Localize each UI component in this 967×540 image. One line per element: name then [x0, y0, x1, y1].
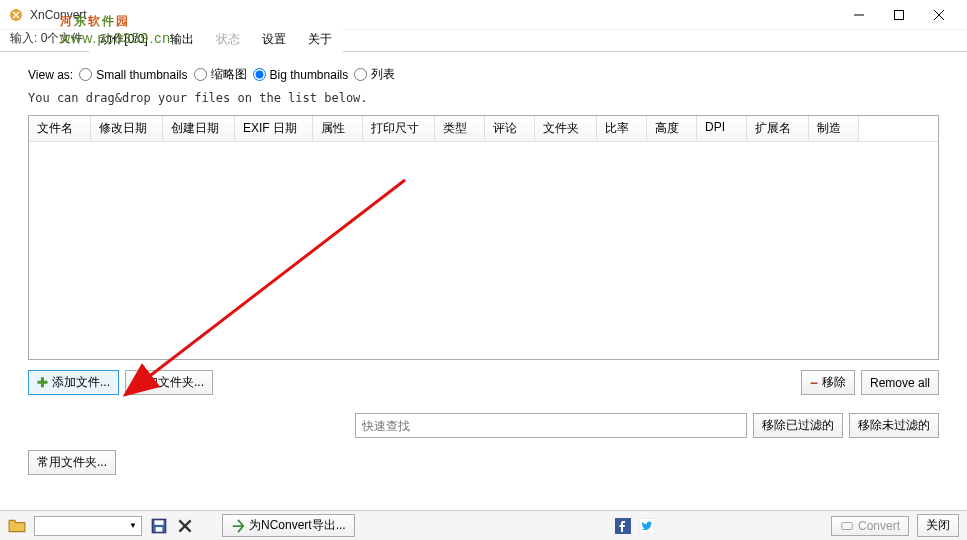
common-folder-button[interactable]: 常用文件夹... — [28, 450, 116, 475]
svg-rect-12 — [842, 522, 853, 529]
window-title: XnConvert — [30, 8, 839, 22]
radio-big-thumbnails[interactable]: Big thumbnails — [253, 68, 349, 82]
file-table[interactable]: 文件名 修改日期 创建日期 EXIF 日期 属性 打印尺寸 类型 评论 文件夹 … — [28, 115, 939, 360]
close-button[interactable] — [919, 1, 959, 29]
preset-dropdown[interactable]: ▼ — [34, 516, 142, 536]
col-type[interactable]: 类型 — [435, 116, 485, 141]
close-app-button[interactable]: 关闭 — [917, 514, 959, 537]
col-dpi[interactable]: DPI — [697, 116, 747, 141]
view-as-label: View as: — [28, 68, 73, 82]
tab-status[interactable]: 状态 — [205, 26, 251, 52]
nconvert-export-button[interactable]: 为NConvert导出... — [222, 514, 355, 537]
col-modified[interactable]: 修改日期 — [91, 116, 163, 141]
tab-about[interactable]: 关于 — [297, 26, 343, 52]
tab-actions[interactable]: 动作[0/0] — [89, 26, 158, 52]
col-attributes[interactable]: 属性 — [313, 116, 363, 141]
add-folder-button[interactable]: 添加文件夹... — [125, 370, 213, 395]
maximize-button[interactable] — [879, 1, 919, 29]
radio-medium-thumbnails[interactable]: 缩略图 — [194, 66, 247, 83]
col-folder[interactable]: 文件夹 — [535, 116, 597, 141]
remove-button[interactable]: −移除 — [801, 370, 855, 395]
delete-icon[interactable] — [176, 517, 194, 535]
facebook-icon[interactable] — [615, 518, 631, 534]
radio-list[interactable]: 列表 — [354, 66, 395, 83]
remove-all-button[interactable]: Remove all — [861, 370, 939, 395]
col-ext[interactable]: 扩展名 — [747, 116, 809, 141]
tab-settings[interactable]: 设置 — [251, 26, 297, 52]
dragdrop-hint: You can drag&drop your files on the list… — [28, 91, 939, 105]
col-filename[interactable]: 文件名 — [29, 116, 91, 141]
open-folder-icon[interactable] — [8, 517, 26, 535]
minimize-button[interactable] — [839, 1, 879, 29]
minus-icon: − — [810, 378, 818, 388]
col-height[interactable]: 高度 — [647, 116, 697, 141]
plus-icon: ✚ — [37, 375, 48, 390]
twitter-icon[interactable] — [639, 518, 655, 534]
quick-search-input[interactable] — [355, 413, 747, 438]
tab-output[interactable]: 输出 — [159, 26, 205, 52]
save-icon[interactable] — [150, 517, 168, 535]
svg-rect-7 — [156, 527, 163, 532]
input-tab-label: 输入: 0个文件 — [4, 26, 89, 51]
app-icon — [8, 7, 24, 23]
add-file-button[interactable]: ✚添加文件... — [28, 370, 119, 395]
svg-rect-2 — [895, 10, 904, 19]
col-print-size[interactable]: 打印尺寸 — [363, 116, 435, 141]
radio-small-thumbnails[interactable]: Small thumbnails — [79, 68, 187, 82]
col-maker[interactable]: 制造 — [809, 116, 859, 141]
convert-button[interactable]: Convert — [831, 516, 909, 536]
remove-filtered-button[interactable]: 移除已过滤的 — [753, 413, 843, 438]
chevron-down-icon: ▼ — [129, 521, 137, 530]
col-ratio[interactable]: 比率 — [597, 116, 647, 141]
svg-rect-6 — [155, 520, 164, 525]
col-created[interactable]: 创建日期 — [163, 116, 235, 141]
col-comment[interactable]: 评论 — [485, 116, 535, 141]
remove-unfiltered-button[interactable]: 移除未过滤的 — [849, 413, 939, 438]
col-exif-date[interactable]: EXIF 日期 — [235, 116, 313, 141]
